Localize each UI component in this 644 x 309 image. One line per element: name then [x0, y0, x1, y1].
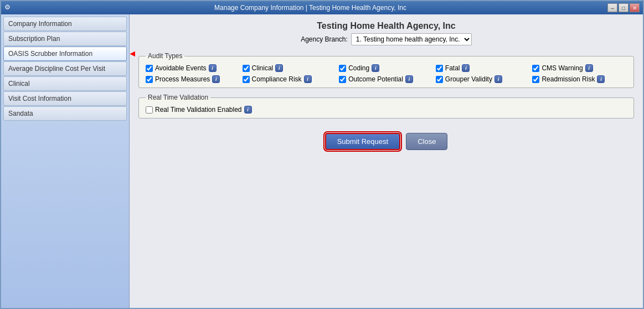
button-row: Submit Request Close	[138, 133, 634, 150]
readmission-risk-checkbox[interactable]	[532, 76, 539, 83]
audit-types-grid: Avoidable Events i Clinical i Coding i	[146, 64, 627, 83]
agency-branch-label: Agency Branch:	[301, 35, 348, 43]
audit-item-readmission-risk: Readmission Risk i	[532, 75, 627, 83]
process-measures-checkbox[interactable]	[146, 76, 153, 83]
cms-warning-info[interactable]: i	[585, 64, 593, 72]
outcome-potential-info[interactable]: i	[405, 75, 413, 83]
main-panel: Testing Home Health Agency, Inc Agency B…	[130, 14, 643, 308]
audit-item-cms-warning: CMS Warning i	[532, 64, 627, 72]
grouper-validity-label: Grouper Validity	[445, 75, 492, 83]
window-controls: – □ ✕	[607, 3, 640, 12]
audit-item-coding: Coding i	[339, 64, 434, 72]
avoidable-events-label: Avoidable Events	[155, 64, 207, 72]
sidebar-item-oasis-wrapper: OASIS Scrubber Information ◄	[3, 47, 127, 61]
fatal-checkbox[interactable]	[436, 65, 443, 72]
main-window: ⚙ Manage Company Information | Testing H…	[0, 0, 644, 309]
rtv-label: Real Time Validation Enabled	[155, 106, 242, 114]
close-button[interactable]: ✕	[630, 3, 640, 12]
rtv-checkbox[interactable]	[146, 106, 153, 114]
sidebar-item-company-information[interactable]: Company Information	[3, 17, 127, 31]
cms-warning-checkbox[interactable]	[532, 65, 539, 72]
cms-warning-label: CMS Warning	[542, 64, 583, 72]
coding-checkbox[interactable]	[339, 65, 346, 72]
submit-request-button[interactable]: Submit Request	[325, 133, 401, 150]
minimize-button[interactable]: –	[607, 3, 617, 12]
agency-branch-select[interactable]: 1. Testing home health agency, Inc.	[351, 33, 472, 45]
sidebar-item-sandata[interactable]: Sandata	[3, 106, 127, 121]
sidebar-item-visit-cost[interactable]: Visit Cost Information	[3, 91, 127, 106]
audit-item-avoidable-events: Avoidable Events i	[146, 64, 240, 72]
rtv-legend: Real Time Validation	[146, 94, 210, 101]
grouper-validity-info[interactable]: i	[494, 75, 502, 83]
avoidable-events-checkbox[interactable]	[146, 65, 153, 72]
agency-branch-row: Agency Branch: 1. Testing home health ag…	[138, 33, 634, 45]
compliance-risk-checkbox[interactable]	[243, 76, 250, 83]
clinical-info[interactable]: i	[275, 64, 283, 72]
sidebar-item-subscription-plan[interactable]: Subscription Plan	[3, 32, 127, 46]
outcome-potential-label: Outcome Potential	[348, 75, 403, 83]
fatal-info[interactable]: i	[462, 64, 470, 72]
fatal-label: Fatal	[445, 64, 460, 72]
sidebar-item-oasis-scrubber[interactable]: OASIS Scrubber Information	[3, 47, 127, 61]
sidebar-item-clinical[interactable]: Clinical	[3, 76, 127, 91]
process-measures-info[interactable]: i	[212, 75, 220, 83]
rtv-info[interactable]: i	[244, 106, 252, 114]
audit-item-fatal: Fatal i	[436, 64, 530, 72]
clinical-checkbox[interactable]	[243, 65, 250, 72]
app-icon: ⚙	[4, 3, 13, 12]
process-measures-label: Process Measures	[155, 75, 210, 83]
coding-info[interactable]: i	[372, 64, 379, 72]
close-button-main[interactable]: Close	[406, 133, 447, 150]
main-header: Testing Home Health Agency, Inc Agency B…	[138, 21, 634, 45]
page-title: Testing Home Health Agency, Inc	[138, 21, 634, 31]
audit-item-process-measures: Process Measures i	[146, 75, 240, 83]
audit-item-clinical: Clinical i	[243, 64, 337, 72]
title-bar: ⚙ Manage Company Information | Testing H…	[1, 1, 643, 14]
clinical-label: Clinical	[252, 64, 274, 72]
sidebar-item-avg-discipline-cost[interactable]: Average Discipline Cost Per Visit	[3, 61, 127, 76]
readmission-risk-label: Readmission Risk	[542, 75, 595, 83]
restore-button[interactable]: □	[619, 3, 628, 12]
coding-label: Coding	[348, 64, 369, 72]
outcome-potential-checkbox[interactable]	[339, 76, 346, 83]
rtv-item: Real Time Validation Enabled i	[146, 106, 627, 114]
audit-item-grouper-validity: Grouper Validity i	[436, 75, 530, 83]
compliance-risk-label: Compliance Risk	[252, 75, 302, 83]
readmission-risk-info[interactable]: i	[597, 75, 605, 83]
rtv-fieldset: Real Time Validation Real Time Validatio…	[138, 94, 634, 119]
content-area: Company Information Subscription Plan OA…	[1, 14, 643, 308]
audit-item-outcome-potential: Outcome Potential i	[339, 75, 434, 83]
grouper-validity-checkbox[interactable]	[436, 76, 443, 83]
audit-types-legend: Audit Types	[146, 52, 184, 60]
audit-types-fieldset: Audit Types Avoidable Events i Clinical …	[138, 52, 634, 88]
avoidable-events-info[interactable]: i	[209, 64, 217, 72]
audit-item-compliance-risk: Compliance Risk i	[243, 75, 337, 83]
compliance-risk-info[interactable]: i	[304, 75, 312, 83]
sidebar: Company Information Subscription Plan OA…	[1, 14, 130, 308]
window-title: Manage Company Information | Testing Hom…	[13, 4, 607, 12]
